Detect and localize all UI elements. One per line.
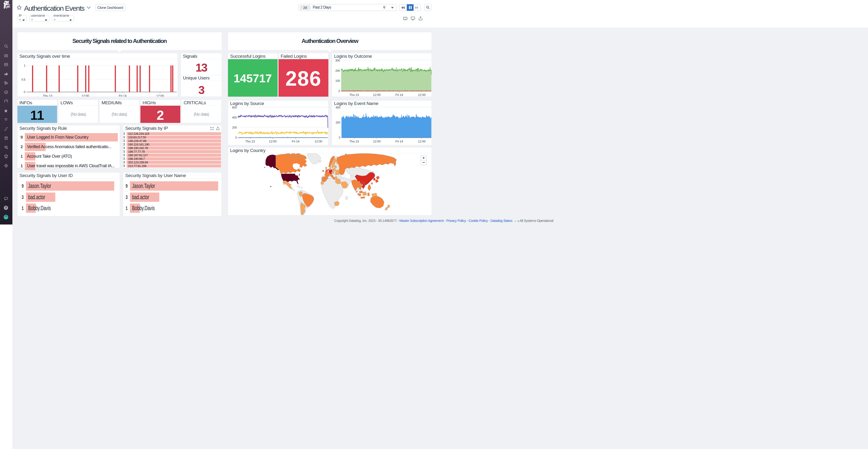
svg-text:12:00: 12:00 [373,93,380,97]
svg-text:1: 1 [24,64,25,67]
svg-text:Thu 13: Thu 13 [349,93,359,97]
svg-text:12:00: 12:00 [373,140,380,143]
svg-text:200: 200 [335,69,340,72]
svg-text:300: 300 [335,59,340,62]
svg-text:12:00: 12:00 [418,140,426,143]
svg-text:Thu 13: Thu 13 [43,94,52,97]
svg-text:12:00: 12:00 [81,94,89,97]
svg-text:Thu 13: Thu 13 [245,140,255,143]
svg-text:0: 0 [24,90,25,94]
svg-text:200: 200 [336,121,340,124]
svg-text:200: 200 [232,126,237,129]
svg-text:400: 400 [232,116,237,119]
svg-text:Fri 14: Fri 14 [395,140,403,143]
svg-text:0: 0 [338,89,340,93]
svg-text:Fri 14: Fri 14 [292,140,300,143]
svg-text:Thu 13: Thu 13 [349,140,359,143]
svg-text:Fri 14: Fri 14 [395,93,403,97]
svg-text:0: 0 [339,136,340,139]
svg-text:0.5: 0.5 [21,78,25,81]
svg-text:0: 0 [235,136,237,139]
svg-text:12:00: 12:00 [156,94,164,97]
svg-text:100: 100 [335,79,340,83]
svg-text:Fri 14: Fri 14 [119,94,127,97]
svg-text:12:00: 12:00 [418,93,426,97]
svg-text:600: 600 [232,107,237,109]
svg-text:400: 400 [336,107,340,109]
svg-text:12:00: 12:00 [269,140,277,143]
svg-text:12:00: 12:00 [314,140,322,143]
